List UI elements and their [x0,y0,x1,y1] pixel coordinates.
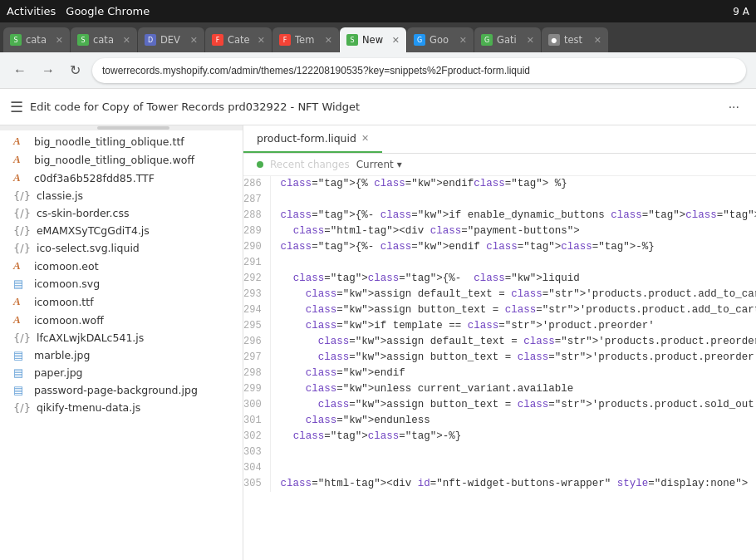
url-input[interactable] [92,58,746,83]
sidebar-file-item[interactable]: {/}classie.js [0,187,243,204]
browser-tab-cata1[interactable]: S cata ✕ [3,27,70,52]
line-number: 292 [243,271,270,287]
tab-close-icon[interactable]: ✕ [325,35,332,46]
forward-button[interactable]: → [38,60,58,81]
line-content: class="html-tag"><div id="nft-widget-but… [270,476,756,492]
current-badge[interactable]: Current ▾ [356,159,402,170]
tab-close-icon[interactable]: ✕ [258,35,265,46]
sidebar-file-item[interactable]: {/}eMAMXSyTCgGdiT4.js [0,222,243,239]
tab-label: New [362,34,386,46]
tab-close-icon[interactable]: ✕ [56,35,63,46]
main-content: Abig_noodle_titling_oblique.ttfAbig_nood… [0,125,756,560]
file-name: classie.js [37,189,83,202]
activities-label[interactable]: Activities [7,5,56,17]
editor-tab-product-form[interactable]: product-form.liquid ✕ [243,125,382,153]
sidebar-file-item[interactable]: {/}cs-skin-border.css [0,204,243,222]
line-number: 297 [243,350,270,366]
back-button[interactable]: ← [10,60,30,81]
tab-close-icon[interactable]: ✕ [392,35,400,46]
sidebar-file-item[interactable]: Aicomoon.ttf [0,292,243,311]
browser-tab-goo[interactable]: G Goo ✕ [407,27,474,52]
sidebar-file-item[interactable]: Aicomoon.eot [0,257,243,275]
file-name: eMAMXSyTCgGdiT4.js [37,224,150,237]
file-name: lfcAXLwjkDALc541.js [37,332,144,344]
tab-label: DEV [160,34,184,46]
line-content [270,460,756,476]
file-type-icon: ▤ [13,366,28,379]
sidebar-file-item[interactable]: {/}qikify-tmenu-data.js [0,399,243,416]
line-content: class="tag">{%- class="kw">if enable_dyn… [270,208,756,224]
file-type-icon: ▤ [13,384,28,396]
editor-tab-close-icon[interactable]: ✕ [361,133,369,144]
file-type-icon: A [13,153,28,166]
code-line: 294 class="kw">assign button_text = clas… [243,302,756,318]
code-line: 297 class="kw">assign button_text = clas… [243,350,756,366]
tab-favicon: G [481,34,493,46]
sidebar-toggle-button[interactable]: ☰ [10,98,23,116]
file-name: big_noodle_titling_oblique.ttf [34,135,184,148]
tab-label: Cate [228,34,252,46]
tab-favicon: F [212,34,223,46]
file-name: ico-select.svg.liquid [37,242,140,254]
recent-changes-bar: Recent changes Current ▾ [243,154,756,176]
line-content: class="tag">class="tag">-%} [270,429,756,445]
code-line: 290class="tag">{%- class="kw">endif clas… [243,239,756,255]
line-content: class="tag">{%- class="kw">endif class="… [270,239,756,255]
browser-tab-tem[interactable]: F Tem ✕ [272,27,339,52]
browser-tab-cate[interactable]: F Cate ✕ [205,27,272,52]
line-number: 289 [243,224,270,239]
file-type-icon: {/} [13,242,31,254]
tab-favicon: S [346,34,358,46]
sidebar-file-item[interactable]: ▤password-page-background.jpg [0,381,243,399]
code-line: 296 class="kw">assign default_text = cla… [243,334,756,350]
tab-close-icon[interactable]: ✕ [594,35,601,46]
file-name: big_noodle_titling_oblique.woff [34,154,194,166]
tab-close-icon[interactable]: ✕ [527,35,534,46]
sidebar-file-item[interactable]: ▤icomoon.svg [0,275,243,292]
code-area[interactable]: 286class="tag">{% class="kw">endifclass=… [243,176,756,560]
editor-menu-button[interactable]: ··· [722,96,746,118]
code-line: 295 class="kw">if template == class="str… [243,318,756,334]
sidebar-file-item[interactable]: Ac0df3a6b528fdd85.TTF [0,169,243,187]
line-content: class="kw">if template == class="str">'p… [270,318,756,334]
tab-favicon: S [10,34,22,46]
tab-close-icon[interactable]: ✕ [459,35,467,46]
line-content: class="kw">endif [270,366,756,381]
browser-tab-test[interactable]: ● test ✕ [542,27,608,52]
sidebar-file-item[interactable]: {/}ico-select.svg.liquid [0,239,243,257]
code-line: 303 [243,445,756,460]
browser-tab-dev[interactable]: D DEV ✕ [138,27,204,52]
code-editor: product-form.liquid ✕ Recent changes Cur… [243,125,756,560]
sidebar-file-item[interactable]: Abig_noodle_titling_oblique.woff [0,150,243,169]
line-content: class="tag">{% class="kw">endifclass="ta… [270,176,756,192]
line-number: 295 [243,318,270,334]
tab-label: Tem [295,34,319,46]
file-type-icon: A [13,135,28,148]
browser-tab-gati[interactable]: G Gati ✕ [474,27,541,52]
line-number: 293 [243,287,270,302]
file-tree-sidebar: Abig_noodle_titling_oblique.ttfAbig_nood… [0,125,243,560]
file-type-icon: {/} [13,207,31,219]
tab-close-icon[interactable]: ✕ [190,35,198,46]
sidebar-file-item[interactable]: Aicomoon.woff [0,311,243,329]
code-line: 292 class="tag">class="tag">{%- class="k… [243,271,756,287]
file-type-icon: A [13,313,28,327]
file-name: marble.jpg [34,349,90,361]
code-line: 305class="html-tag"><div id="nft-widget-… [243,476,756,492]
line-number: 290 [243,239,270,255]
sidebar-file-item[interactable]: {/}lfcAXLwjkDALc541.js [0,329,243,346]
sidebar-file-item[interactable]: ▤marble.jpg [0,346,243,364]
code-line: 286class="tag">{% class="kw">endifclass=… [243,176,756,192]
line-content: class="kw">assign button_text = class="s… [270,350,756,366]
tab-close-icon[interactable]: ✕ [123,35,130,46]
browser-name: Google Chrome [66,5,150,17]
browser-tab-cata2[interactable]: S cata ✕ [71,27,137,52]
file-type-icon: A [13,171,28,184]
sidebar-file-item[interactable]: ▤paper.jpg [0,364,243,381]
line-content: class="html-tag"><div class="payment-but… [270,224,756,239]
line-number: 296 [243,334,270,350]
refresh-button[interactable]: ↻ [66,59,84,81]
browser-tab-new[interactable]: S New ✕ [340,27,406,52]
sidebar-file-item[interactable]: Abig_noodle_titling_oblique.ttf [0,132,243,150]
line-content [270,255,756,271]
